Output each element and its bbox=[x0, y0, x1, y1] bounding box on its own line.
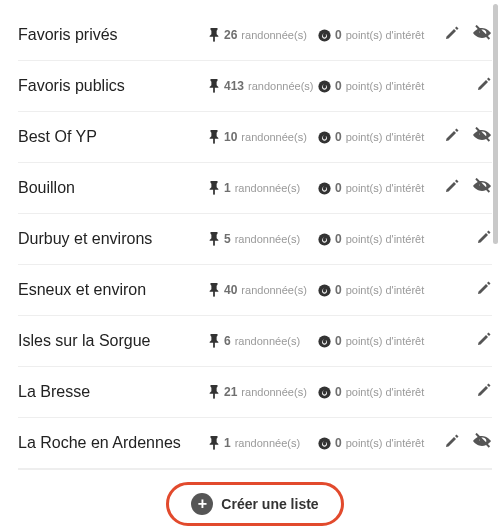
visibility-off-icon[interactable] bbox=[472, 178, 492, 198]
edit-button[interactable] bbox=[476, 76, 492, 96]
edit-button[interactable] bbox=[444, 127, 460, 147]
list-row[interactable]: La Bresse21randonnée(s)0point(s) d'intér… bbox=[18, 367, 492, 418]
list-row[interactable]: Durbuy et environs5randonnée(s)0point(s)… bbox=[18, 214, 492, 265]
row-actions bbox=[444, 127, 492, 147]
row-actions bbox=[444, 433, 492, 453]
row-actions bbox=[476, 382, 492, 402]
edit-button[interactable] bbox=[476, 331, 492, 351]
flame-icon bbox=[318, 386, 331, 399]
svg-point-3 bbox=[318, 182, 330, 194]
row-actions bbox=[476, 76, 492, 96]
list-name: Bouillon bbox=[18, 179, 208, 197]
poi-count: 0point(s) d'intérêt bbox=[318, 79, 438, 93]
edit-button[interactable] bbox=[444, 25, 460, 45]
flame-icon bbox=[318, 182, 331, 195]
hike-count: 10randonnée(s) bbox=[208, 130, 318, 144]
list-name: Favoris privés bbox=[18, 26, 208, 44]
pin-icon bbox=[208, 28, 220, 42]
row-actions bbox=[444, 25, 492, 45]
list-name: Isles sur la Sorgue bbox=[18, 332, 208, 350]
poi-count: 0point(s) d'intérêt bbox=[318, 232, 438, 246]
flame-icon bbox=[318, 335, 331, 348]
scrollbar[interactable] bbox=[493, 4, 498, 244]
hike-count: 40randonnée(s) bbox=[208, 283, 318, 297]
pin-icon bbox=[208, 334, 220, 348]
hike-count: 1randonnée(s) bbox=[208, 436, 318, 450]
svg-point-8 bbox=[318, 437, 330, 449]
flame-icon bbox=[318, 233, 331, 246]
flame-icon bbox=[318, 131, 331, 144]
list-row[interactable]: Bouillon1randonnée(s)0point(s) d'intérêt bbox=[18, 163, 492, 214]
flame-icon bbox=[318, 437, 331, 450]
svg-point-1 bbox=[318, 80, 330, 92]
edit-button[interactable] bbox=[444, 433, 460, 453]
list-row[interactable]: La Roche en Ardennes1randonnée(s)0point(… bbox=[18, 418, 492, 469]
hike-count: 26randonnée(s) bbox=[208, 28, 318, 42]
flame-icon bbox=[318, 80, 331, 93]
row-actions bbox=[476, 331, 492, 351]
create-list-button[interactable]: + Créer une liste bbox=[166, 482, 343, 526]
pin-icon bbox=[208, 283, 220, 297]
poi-count: 0point(s) d'intérêt bbox=[318, 130, 438, 144]
visibility-off-icon[interactable] bbox=[472, 433, 492, 453]
svg-point-7 bbox=[318, 386, 330, 398]
list-row[interactable]: Favoris privés26randonnée(s)0point(s) d'… bbox=[18, 10, 492, 61]
favorites-lists: Favoris privés26randonnée(s)0point(s) d'… bbox=[0, 0, 500, 527]
list-name: Durbuy et environs bbox=[18, 230, 208, 248]
plus-circle-icon: + bbox=[191, 493, 213, 515]
svg-point-5 bbox=[318, 284, 330, 296]
pin-icon bbox=[208, 130, 220, 144]
poi-count: 0point(s) d'intérêt bbox=[318, 181, 438, 195]
hike-count: 5randonnée(s) bbox=[208, 232, 318, 246]
poi-count: 0point(s) d'intérêt bbox=[318, 283, 438, 297]
edit-button[interactable] bbox=[476, 229, 492, 249]
list-name: Best Of YP bbox=[18, 128, 208, 146]
pin-icon bbox=[208, 232, 220, 246]
list-name: La Bresse bbox=[18, 383, 208, 401]
list-row[interactable]: Isles sur la Sorgue6randonnée(s)0point(s… bbox=[18, 316, 492, 367]
edit-button[interactable] bbox=[476, 382, 492, 402]
edit-button[interactable] bbox=[476, 280, 492, 300]
svg-point-2 bbox=[318, 131, 330, 143]
svg-point-0 bbox=[318, 29, 330, 41]
list-row[interactable]: Esneux et environ40randonnée(s)0point(s)… bbox=[18, 265, 492, 316]
flame-icon bbox=[318, 284, 331, 297]
edit-button[interactable] bbox=[444, 178, 460, 198]
visibility-off-icon[interactable] bbox=[472, 25, 492, 45]
hike-count: 1randonnée(s) bbox=[208, 181, 318, 195]
poi-count: 0point(s) d'intérêt bbox=[318, 28, 438, 42]
svg-point-6 bbox=[318, 335, 330, 347]
list-row[interactable]: Favoris publics413randonnée(s)0point(s) … bbox=[18, 61, 492, 112]
list-name: Favoris publics bbox=[18, 77, 208, 95]
create-list-label: Créer une liste bbox=[221, 496, 318, 512]
hike-count: 413randonnée(s) bbox=[208, 79, 318, 93]
row-actions bbox=[476, 280, 492, 300]
row-actions bbox=[476, 229, 492, 249]
list-name: La Roche en Ardennes bbox=[18, 434, 208, 452]
poi-count: 0point(s) d'intérêt bbox=[318, 385, 438, 399]
poi-count: 0point(s) d'intérêt bbox=[318, 436, 438, 450]
svg-point-4 bbox=[318, 233, 330, 245]
pin-icon bbox=[208, 385, 220, 399]
list-row[interactable]: Best Of YP10randonnée(s)0point(s) d'inté… bbox=[18, 112, 492, 163]
row-actions bbox=[444, 178, 492, 198]
hike-count: 21randonnée(s) bbox=[208, 385, 318, 399]
pin-icon bbox=[208, 436, 220, 450]
hike-count: 6randonnée(s) bbox=[208, 334, 318, 348]
footer: + Créer une liste bbox=[18, 469, 492, 527]
pin-icon bbox=[208, 181, 220, 195]
list-name: Esneux et environ bbox=[18, 281, 208, 299]
pin-icon bbox=[208, 79, 220, 93]
poi-count: 0point(s) d'intérêt bbox=[318, 334, 438, 348]
flame-icon bbox=[318, 29, 331, 42]
visibility-off-icon[interactable] bbox=[472, 127, 492, 147]
